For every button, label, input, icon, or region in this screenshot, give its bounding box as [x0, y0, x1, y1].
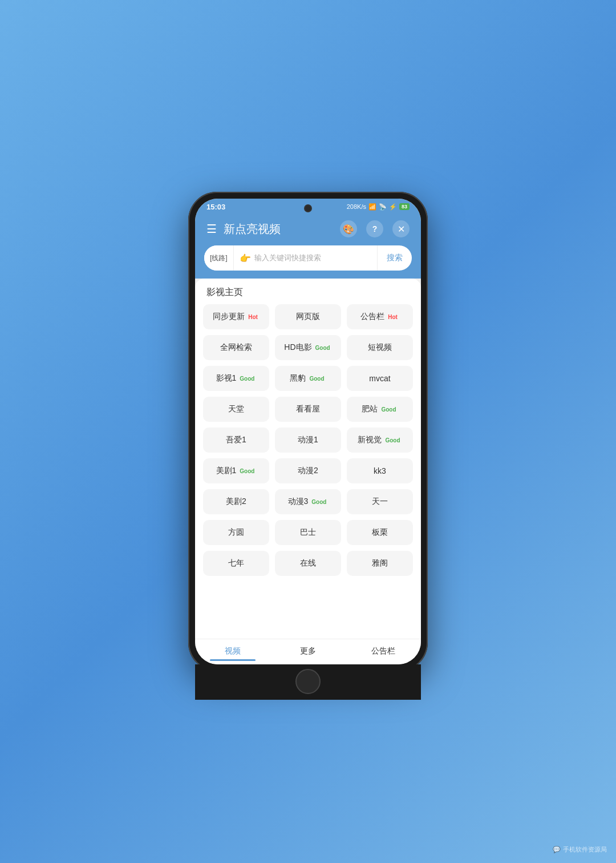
grid-item-label: 全网检索	[220, 342, 252, 353]
battery-indicator: 83	[399, 203, 410, 210]
app-header: ☰ 新点亮视频 🎨 ? ✕	[195, 215, 421, 245]
palette-icon: 🎨	[343, 224, 354, 235]
grid-item-badge: Hot	[246, 313, 260, 321]
grid-item-badge: Good	[238, 467, 256, 475]
grid-item-label: 黑豹	[290, 373, 306, 384]
grid-item[interactable]: 巴士	[275, 520, 341, 545]
grid-item-label: 七年	[228, 558, 244, 568]
nav-label: 公告栏	[371, 646, 395, 656]
network-speed: 208K/s	[347, 203, 366, 210]
grid-item-label: 同步更新	[213, 312, 245, 322]
nav-item-更多[interactable]: 更多	[270, 644, 346, 659]
grid-item-label: 网页版	[296, 312, 320, 322]
grid-item-label: 巴士	[300, 527, 316, 538]
search-bar: [线路] 👉 输入关键词快捷搜索 搜索	[204, 245, 412, 271]
grid-item[interactable]: 吾爱1	[203, 428, 269, 453]
grid-item-label: HD电影	[284, 342, 311, 353]
nav-item-视频[interactable]: 视频	[195, 644, 270, 659]
nav-item-公告栏[interactable]: 公告栏	[346, 644, 421, 659]
grid-item-label: kk3	[374, 466, 386, 475]
grid-item-badge: Good	[307, 375, 326, 382]
video-grid: 同步更新Hot网页版公告栏Hot全网检索HD电影Good短视频影视1Good黑豹…	[195, 304, 421, 582]
grid-item[interactable]: 动漫2	[275, 458, 341, 483]
camera	[304, 204, 312, 212]
wifi-icon: 📡	[379, 203, 387, 211]
grid-item[interactable]: 美剧1Good	[203, 458, 269, 483]
grid-item[interactable]: 新视觉Good	[347, 428, 413, 453]
grid-item[interactable]: 影视1Good	[203, 366, 269, 391]
search-placeholder: 输入关键词快捷搜索	[254, 253, 321, 263]
grid-item-label: 天一	[372, 497, 388, 507]
grid-item-label: 新视觉	[358, 435, 382, 445]
grid-item[interactable]: 黑豹Good	[275, 366, 341, 391]
grid-item[interactable]: 短视频	[347, 335, 413, 360]
search-emoji: 👉	[240, 253, 251, 264]
charging-icon: ⚡	[389, 203, 397, 211]
grid-item[interactable]: 同步更新Hot	[203, 304, 269, 329]
grid-item[interactable]: HD电影Good	[275, 335, 341, 360]
home-button[interactable]	[295, 669, 321, 694]
grid-item[interactable]: 方圆	[203, 520, 269, 545]
content-area: 影视主页 同步更新Hot网页版公告栏Hot全网检索HD电影Good短视频影视1G…	[195, 279, 421, 639]
home-button-area	[195, 664, 421, 700]
grid-item[interactable]: 雅阁	[347, 551, 413, 576]
grid-item-label: mvcat	[369, 374, 390, 383]
grid-item-label: 动漫1	[298, 435, 318, 445]
grid-item-label: 天堂	[228, 404, 244, 414]
close-icon: ✕	[398, 224, 405, 235]
grid-item[interactable]: 肥站Good	[347, 397, 413, 422]
grid-item[interactable]: 动漫3Good	[275, 489, 341, 514]
grid-item[interactable]: 七年	[203, 551, 269, 576]
watermark: 💬 手机软件资源局	[553, 845, 607, 854]
grid-item-label: 动漫3	[288, 497, 309, 507]
grid-item-label: 影视1	[216, 373, 237, 384]
grid-item-badge: Good	[238, 375, 256, 382]
search-button[interactable]: 搜索	[377, 245, 412, 271]
search-tag: [线路]	[204, 245, 234, 271]
grid-item[interactable]: 看看屋	[275, 397, 341, 422]
grid-item[interactable]: kk3	[347, 458, 413, 483]
grid-item[interactable]: 板栗	[347, 520, 413, 545]
help-button[interactable]: ?	[366, 220, 383, 237]
signal-icon: 📶	[368, 203, 376, 211]
grid-item-label: 看看屋	[296, 404, 320, 414]
grid-item-label: 美剧2	[226, 497, 246, 507]
app-title: 新点亮视频	[224, 221, 281, 237]
grid-item[interactable]: 全网检索	[203, 335, 269, 360]
menu-icon[interactable]: ☰	[206, 222, 217, 236]
close-button[interactable]: ✕	[392, 220, 410, 237]
nav-label: 视频	[225, 646, 241, 656]
grid-item[interactable]: mvcat	[347, 366, 413, 391]
grid-item-badge: Good	[310, 498, 328, 506]
search-input[interactable]: 👉 输入关键词快捷搜索	[234, 253, 377, 264]
grid-item-label: 动漫2	[298, 466, 318, 476]
grid-item-label: 吾爱1	[226, 435, 246, 445]
status-time: 15:03	[206, 203, 225, 211]
nav-active-indicator	[210, 659, 255, 661]
grid-item-badge: Good	[379, 406, 398, 413]
grid-item[interactable]: 在线	[275, 551, 341, 576]
grid-item[interactable]: 动漫1	[275, 428, 341, 453]
grid-item-label: 雅阁	[372, 558, 388, 568]
status-right: 208K/s 📶 📡 ⚡ 83	[347, 203, 410, 211]
search-area: [线路] 👉 输入关键词快捷搜索 搜索	[195, 245, 421, 279]
nav-label: 更多	[300, 646, 316, 656]
grid-item-label: 板栗	[372, 527, 388, 538]
grid-item[interactable]: 公告栏Hot	[347, 304, 413, 329]
grid-item-label: 美剧1	[216, 466, 237, 476]
grid-item-badge: Good	[383, 437, 402, 444]
grid-item-label: 方圆	[228, 527, 244, 538]
bottom-navigation: 视频更多公告栏	[195, 639, 421, 664]
grid-item-label: 短视频	[368, 342, 392, 353]
wechat-icon: 💬	[553, 846, 561, 853]
grid-item-label: 肥站	[362, 404, 378, 414]
grid-item-label: 公告栏	[360, 312, 384, 322]
section-title: 影视主页	[195, 279, 421, 304]
grid-item[interactable]: 天一	[347, 489, 413, 514]
palette-button[interactable]: 🎨	[340, 220, 357, 237]
grid-item[interactable]: 网页版	[275, 304, 341, 329]
grid-item[interactable]: 天堂	[203, 397, 269, 422]
help-icon: ?	[372, 224, 378, 233]
grid-item-badge: Good	[314, 344, 332, 352]
grid-item[interactable]: 美剧2	[203, 489, 269, 514]
